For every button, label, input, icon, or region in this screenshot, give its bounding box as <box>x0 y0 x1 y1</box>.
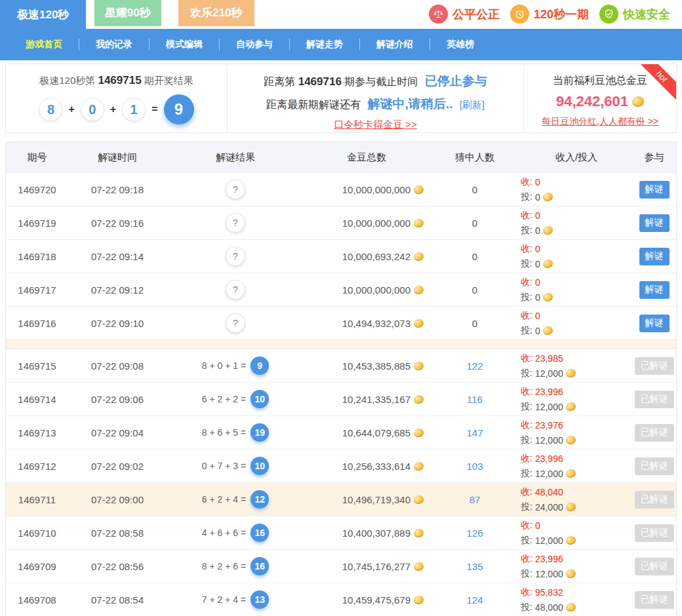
income-value: 0 <box>535 311 540 321</box>
action-cell: 已解谜 <box>632 357 676 375</box>
promo-link[interactable]: 口令秒卡得金豆 >> <box>334 119 417 131</box>
table-row: 1469712 07-22 09:02 0 + 7 + 3 = 10 10,25… <box>6 449 676 482</box>
guess-count[interactable]: 124 <box>429 594 521 606</box>
action-cell: 已解谜 <box>632 524 676 542</box>
coin-icon <box>413 494 425 505</box>
participate-button[interactable]: 已解谜 <box>635 591 674 609</box>
coin-icon <box>565 434 576 445</box>
participate-button[interactable]: 解谜 <box>639 315 670 332</box>
invest-line: 投: 0 <box>521 290 553 305</box>
income-line: 收: 0 <box>521 174 540 189</box>
income-label: 收: <box>521 419 532 431</box>
result-sum: 9 <box>164 94 194 125</box>
income-line: 收: 23,996 <box>521 384 563 399</box>
income-label: 收: <box>521 453 532 465</box>
income-invest-cell: 收: 23,985 投: 12,000 <box>521 351 632 381</box>
income-value: 23,996 <box>535 387 563 397</box>
scales-icon <box>429 5 448 24</box>
participate-button[interactable]: 已解谜 <box>635 424 674 442</box>
pool-cell: 10,644,079,685 <box>304 427 429 438</box>
info-panel: 极速120秒第 1469715 期开奖结果 8 + 0 + 1 = 9 距离第 … <box>5 64 677 133</box>
nav-item-mode-edit[interactable]: 模式编辑 <box>150 39 219 50</box>
participate-button[interactable]: 已解谜 <box>635 491 674 509</box>
time-cell: 07-22 09:14 <box>68 251 167 262</box>
guess-count[interactable]: 122 <box>429 360 521 372</box>
nav-item-intro[interactable]: 解谜介绍 <box>360 39 430 50</box>
invest-value: 0 <box>535 292 540 303</box>
income-invest-cell: 收: 0 投: 0 <box>521 174 632 204</box>
invest-label: 投: <box>521 368 532 379</box>
participate-button[interactable]: 已解谜 <box>635 558 674 575</box>
tab-happy-210s[interactable]: 欢乐210秒 <box>178 0 254 26</box>
income-label: 收: <box>521 587 532 598</box>
invest-label: 投: <box>521 501 532 513</box>
tab-star-90s[interactable]: 星耀90秒 <box>94 0 161 26</box>
participate-button[interactable]: 已解谜 <box>635 524 674 542</box>
time-cell: 07-22 09:06 <box>68 394 167 405</box>
guess-count[interactable]: 103 <box>429 461 521 472</box>
coin-icon <box>413 427 425 438</box>
plus-sign: + <box>68 104 74 115</box>
issue-cell: 1469718 <box>6 251 68 262</box>
time-cell: 07-22 09:02 <box>68 461 167 472</box>
participate-button[interactable]: 解谜 <box>639 181 670 199</box>
refresh-link[interactable]: [刷新] <box>460 99 485 110</box>
invest-line: 投: 0 <box>521 223 553 238</box>
time-cell: 07-22 09:18 <box>68 184 167 195</box>
equals-sign: = <box>151 104 157 115</box>
guess-count[interactable]: 87 <box>429 494 521 505</box>
guess-count[interactable]: 135 <box>429 561 521 572</box>
participate-button[interactable]: 解谜 <box>639 214 670 232</box>
coin-icon <box>413 360 425 371</box>
unknown-result-icon: ? <box>226 313 245 333</box>
invest-line: 投: 24,000 <box>521 499 576 514</box>
table-header: 期号 解谜时间 解谜结果 金豆总数 猜中人数 收入/投入 参与 <box>6 142 676 172</box>
nav-item-home[interactable]: 游戏首页 <box>9 39 79 50</box>
coin-icon <box>565 568 576 579</box>
participate-button[interactable]: 已解谜 <box>635 457 674 475</box>
guess-count[interactable]: 126 <box>429 528 521 539</box>
deadline-issue-number: 1469716 <box>298 75 342 88</box>
result-cell: 0 + 7 + 3 = 10 <box>167 457 304 475</box>
action-cell: 已解谜 <box>632 424 676 442</box>
income-line: 收: 23,976 <box>521 417 563 433</box>
participate-button[interactable]: 解谜 <box>639 248 670 265</box>
time-cell: 07-22 08:54 <box>68 594 167 606</box>
solving-line: 距离最新期解谜还有 解谜中,请稍后.. [刷新] <box>228 96 523 113</box>
tab-speed-120s[interactable]: 极速120秒 <box>0 0 86 29</box>
latest-result-title: 极速120秒第 1469715 期开奖结果 <box>6 74 227 87</box>
issue-cell: 1469709 <box>6 561 68 572</box>
pool-section: 当前福利豆池总金豆 94,242,601 每日豆池分红,人人都有份 >> hot <box>524 64 676 132</box>
participate-button[interactable]: 已解谜 <box>635 357 674 375</box>
result-formula: 0 + 7 + 3 = <box>202 461 246 471</box>
invest-label: 投: <box>521 468 532 480</box>
income-invest-cell: 收: 23,996 投: 12,000 <box>521 384 632 414</box>
dividend-link[interactable]: 每日豆池分红,人人都有份 >> <box>542 116 658 128</box>
participate-button[interactable]: 已解谜 <box>635 391 674 408</box>
game-tabs-bar: 极速120秒 星耀90秒 欢乐210秒 公平公正 120秒一期 <box>0 0 682 29</box>
nav-item-my-records[interactable]: 我的记录 <box>79 39 149 50</box>
invest-line: 投: 12,000 <box>521 533 576 548</box>
header-result: 解谜结果 <box>167 151 304 164</box>
income-invest-cell: 收: 0 投: 0 <box>521 208 632 238</box>
invest-line: 投: 12,000 <box>521 466 576 481</box>
nav-item-trend[interactable]: 解谜走势 <box>290 39 359 50</box>
pool-amount: 10,000,693,242 <box>342 251 411 262</box>
nav-item-auto-join[interactable]: 自动参与 <box>220 39 289 50</box>
coin-icon <box>565 468 576 478</box>
time-cell: 07-22 09:00 <box>68 494 167 505</box>
pool-cell: 10,241,335,167 <box>304 394 429 405</box>
result-sum-circle: 9 <box>251 356 269 375</box>
trust-badges: 公平公正 120秒一期 快速安全 <box>429 5 670 24</box>
income-value: 23,976 <box>535 420 563 431</box>
guess-count[interactable]: 147 <box>429 427 521 438</box>
invest-line: 投: 0 <box>521 189 553 204</box>
guess-count[interactable]: 116 <box>429 394 521 405</box>
participate-button[interactable]: 解谜 <box>639 281 670 299</box>
coin-icon <box>565 401 576 412</box>
result-cell: ? <box>167 280 304 299</box>
income-line: 收: 48,040 <box>521 484 563 499</box>
nav-item-heroes[interactable]: 英雄榜 <box>430 39 491 50</box>
table-row: 1469715 07-22 09:08 8 + 0 + 1 = 9 10,453… <box>6 349 676 382</box>
income-line: 收: 0 <box>521 241 540 256</box>
